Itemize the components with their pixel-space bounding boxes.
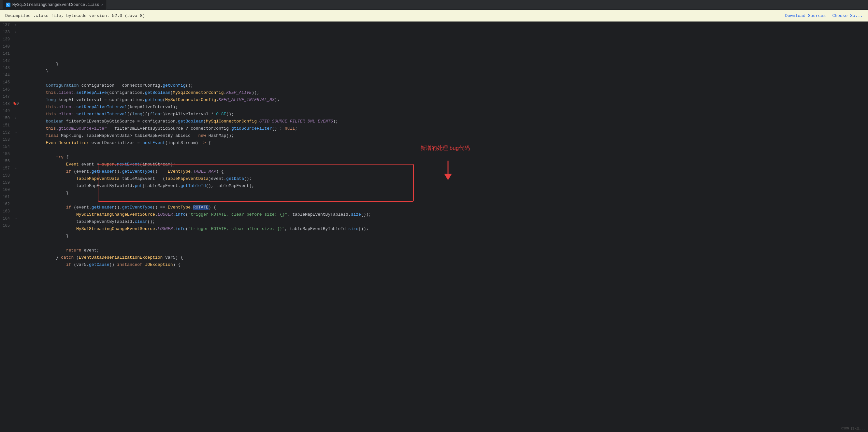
gutter-icon: ▷: [12, 22, 19, 29]
line-number: 162: [0, 201, 12, 208]
line-number: 154: [0, 143, 12, 151]
gutter-row: 165: [0, 222, 19, 229]
code-line: this.client.setHeartbeatInterval((long)(…: [25, 111, 862, 118]
line-number: 165: [0, 222, 12, 229]
choose-sources-link[interactable]: Choose So...: [832, 13, 863, 18]
code-line: tableMapEventByTableId.put(tableMapEvent…: [25, 182, 862, 190]
tab-class-file[interactable]: C MySqlStreamingChangeEventSource.class …: [3, 0, 107, 10]
decompiled-info-text: Decompiled .class file, bytecode version…: [5, 13, 145, 18]
code-line: [25, 197, 862, 204]
code-line: } catch (EventDataDeserializationExcepti…: [25, 254, 862, 261]
gutter-row: 157▷: [0, 165, 19, 172]
gutter-row: 139: [0, 36, 19, 43]
line-number: 146: [0, 86, 12, 93]
line-number-gutter: 137▷138▷139140141142143144145146147148🔖@…: [0, 22, 23, 432]
gutter-row: 146: [0, 86, 19, 93]
code-line: this.gtidDmlSourceFilter = filterDmlEven…: [25, 125, 862, 132]
code-line: }: [25, 233, 862, 240]
line-number: 157: [0, 165, 12, 172]
line-number: 163: [0, 208, 12, 215]
line-number: 151: [0, 122, 12, 129]
line-number: 140: [0, 43, 12, 50]
gutter-icon: ▷: [12, 115, 19, 122]
code-line: MySqlStreamingChangeEventSource.LOGGER.i…: [25, 225, 862, 233]
code-line: }: [25, 68, 862, 75]
code-line: [25, 240, 862, 247]
gutter-row: 150▷: [0, 115, 19, 122]
tab-bar: C MySqlStreamingChangeEventSource.class …: [0, 0, 868, 10]
code-line: try {: [25, 154, 862, 161]
line-number: 137: [0, 22, 12, 29]
gutter-row: 147: [0, 93, 19, 100]
gutter-icon: 🔖@: [12, 100, 19, 107]
gutter-row: 160: [0, 186, 19, 193]
info-bar: Decompiled .class file, bytecode version…: [0, 10, 868, 22]
line-number: 139: [0, 36, 12, 43]
line-number: 159: [0, 179, 12, 186]
gutter-row: 158: [0, 172, 19, 179]
line-number: 152: [0, 129, 12, 136]
line-number: 148: [0, 100, 12, 107]
annotation-label: 新增的处理 bug代码: [420, 144, 470, 152]
code-editor: 137▷138▷139140141142143144145146147148🔖@…: [0, 22, 868, 432]
gutter-row: 149: [0, 107, 19, 115]
code-line: this.client.setKeepAliveInterval(keepAli…: [25, 103, 862, 111]
code-line: boolean filterDmlEventsByGtidSource = co…: [25, 118, 862, 125]
gutter-icon: ▷: [12, 129, 19, 136]
gutter-row: 161: [0, 193, 19, 201]
gutter-row: 151: [0, 122, 19, 129]
line-number: 144: [0, 72, 12, 79]
gutter-row: 164▷: [0, 215, 19, 222]
gutter-row: 148🔖@: [0, 100, 19, 107]
code-line: return event;: [25, 247, 862, 254]
code-line: }: [25, 61, 862, 68]
gutter-row: 145: [0, 79, 19, 86]
close-tab-button[interactable]: ×: [101, 3, 103, 7]
watermark: CSDN 口-鱼...: [841, 426, 865, 431]
tab-label: MySqlStreamingChangeEventSource.class: [12, 3, 99, 7]
code-line: Configuration configuration = connectorC…: [25, 82, 862, 89]
code-line: long keepAliveInterval = configuration.g…: [25, 96, 862, 103]
line-number: 138: [0, 29, 12, 36]
gutter-row: 156: [0, 158, 19, 165]
gutter-row: 154: [0, 143, 19, 151]
gutter-icon: ▷: [12, 165, 19, 172]
line-number: 158: [0, 172, 12, 179]
gutter-row: 141: [0, 50, 19, 57]
code-line: [25, 75, 862, 82]
gutter-row: 142: [0, 57, 19, 64]
line-number: 145: [0, 79, 12, 86]
gutter-row: 163: [0, 208, 19, 215]
code-line: final Map<Long, TableMapEventData> table…: [25, 132, 862, 140]
code-line: if (event.getHeader().getEventType() == …: [25, 204, 862, 211]
gutter-row: 138▷: [0, 29, 19, 36]
code-content[interactable]: 新增的处理 bug代码 } } Configuration configurat…: [23, 22, 868, 432]
gutter-row: 159: [0, 179, 19, 186]
line-number: 164: [0, 215, 12, 222]
download-sources-link[interactable]: Download Sources: [785, 13, 826, 18]
code-line: this.client.setKeepAlive(configuration.g…: [25, 89, 862, 96]
line-number: 141: [0, 50, 12, 57]
gutter-row: 143: [0, 64, 19, 72]
line-number: 143: [0, 64, 12, 72]
gutter-row: 152▷: [0, 129, 19, 136]
svg-marker-1: [444, 174, 452, 180]
line-number: 149: [0, 107, 12, 115]
gutter-row: 153: [0, 136, 19, 143]
code-line: }: [25, 190, 862, 197]
gutter-row: 144: [0, 72, 19, 79]
line-number: 161: [0, 193, 12, 201]
line-number: 153: [0, 136, 12, 143]
info-bar-actions: Download Sources Choose So...: [785, 13, 863, 18]
java-class-icon: C: [6, 3, 10, 7]
gutter-row: 140: [0, 43, 19, 50]
gutter-icon: ▷: [12, 29, 19, 36]
line-number: 160: [0, 186, 12, 193]
line-number: 142: [0, 57, 12, 64]
line-number: 147: [0, 93, 12, 100]
gutter-row: 162: [0, 201, 19, 208]
line-number: 156: [0, 158, 12, 165]
annotation-arrow: [443, 161, 453, 180]
code-line: if (var5.getCause() instanceof IOExcepti…: [25, 261, 862, 269]
gutter-icon: ▷: [12, 215, 19, 222]
